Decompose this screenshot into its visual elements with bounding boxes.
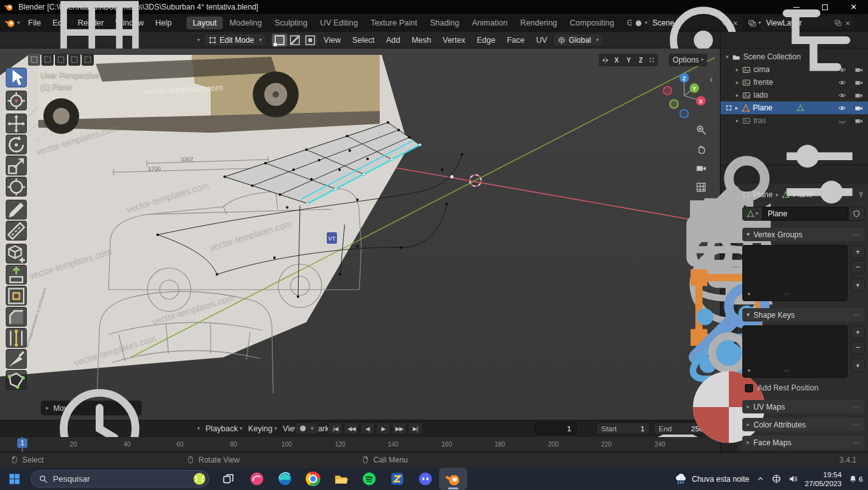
- panel-grip-icon[interactable]: [851, 232, 860, 238]
- section-expand-icon[interactable]: ▸: [747, 404, 750, 410]
- shape-key-specials-button[interactable]: ▾: [851, 359, 865, 372]
- transform-orientation-selector[interactable]: Global ▾: [553, 33, 604, 47]
- outliner-row-lado[interactable]: ▸ lado: [721, 89, 868, 101]
- start-button[interactable]: [1, 468, 27, 490]
- edge-select-button[interactable]: [287, 34, 303, 47]
- jump-start-button[interactable]: |◀: [328, 422, 343, 434]
- gizmo-y-neg[interactable]: [670, 100, 678, 108]
- next-keyframe-button[interactable]: ▶▶: [392, 422, 407, 434]
- camera-visibility-icon[interactable]: [855, 104, 863, 112]
- camera-visibility-icon[interactable]: [855, 66, 863, 74]
- viewport-3d[interactable]: vector-templates.com 3302 5700: [0, 48, 720, 420]
- select-mode-extend[interactable]: [41, 54, 54, 66]
- uv-maps-section-header[interactable]: ▸ UV Maps: [742, 400, 865, 413]
- color-attributes-section-header[interactable]: ▸ Color Attributes: [742, 418, 865, 431]
- navigation-gizmo[interactable]: Z Y X: [662, 73, 707, 118]
- timeline-ruler[interactable]: 20 40 60 80 100 120 140 160 180 200 220 …: [0, 437, 720, 452]
- select-mode-invert[interactable]: [68, 54, 80, 66]
- task-view-button[interactable]: [214, 468, 243, 490]
- panel-grip-icon[interactable]: [851, 312, 860, 318]
- pin-id-icon[interactable]: [857, 191, 865, 198]
- clock-widget[interactable]: 19:54 27/05/2023: [805, 470, 842, 488]
- playhead-label[interactable]: 1: [17, 438, 27, 448]
- workspace-tab-uv-editing[interactable]: UV Editing: [314, 17, 364, 29]
- mirror-x-button[interactable]: X: [611, 55, 622, 65]
- shape-keys-section-header[interactable]: ▾ Shape Keys: [742, 308, 865, 322]
- remove-shape-key-button[interactable]: −: [851, 341, 865, 354]
- app-icon-pink[interactable]: [243, 468, 271, 490]
- menu-playback[interactable]: Playback: [200, 424, 244, 433]
- z-app-icon[interactable]: [383, 468, 411, 490]
- expand-icon[interactable]: ▸: [736, 80, 739, 85]
- outliner-row-frente[interactable]: ▸ frente: [721, 76, 868, 89]
- mode-selector[interactable]: Edit Mode ▾: [204, 33, 267, 47]
- select-mode-intersect[interactable]: [82, 54, 94, 66]
- shape-keys-list[interactable]: ▸: [742, 325, 848, 378]
- vertex-groups-list[interactable]: ▸: [742, 245, 848, 301]
- list-resize-grip-icon[interactable]: [781, 368, 791, 374]
- edge-app-icon[interactable]: [271, 468, 299, 490]
- snap-dots-icon[interactable]: [648, 56, 655, 64]
- fake-user-shield-button[interactable]: [848, 207, 865, 221]
- camera-visibility-icon[interactable]: [855, 117, 863, 125]
- expand-icon[interactable]: ▸: [736, 67, 739, 73]
- weather-widget[interactable]: Chuva esta noite: [675, 473, 749, 486]
- sidebar-toggle[interactable]: ‹: [710, 74, 713, 84]
- section-expand-icon[interactable]: ▸: [747, 422, 750, 427]
- outliner-row-scene-collection[interactable]: ▾ Scene Collection: [721, 50, 868, 63]
- gizmo-x-neg[interactable]: [664, 87, 672, 95]
- zoom-button[interactable]: [696, 124, 707, 135]
- add-rest-position-checkbox[interactable]: [745, 384, 753, 392]
- menu-edge[interactable]: Edge: [471, 36, 501, 45]
- viewport-canvas[interactable]: vector-templates.com 3302 5700: [0, 48, 720, 420]
- discord-app-icon[interactable]: [411, 468, 439, 490]
- file-explorer-icon[interactable]: [327, 468, 355, 490]
- expand-icon[interactable]: ▾: [726, 54, 729, 60]
- vertex-group-specials-button[interactable]: ▾: [851, 278, 865, 292]
- list-filter-expand-icon[interactable]: ▸: [748, 368, 751, 373]
- section-expand-icon[interactable]: ▸: [747, 440, 750, 445]
- outliner-row-cima[interactable]: ▸ cima: [721, 63, 868, 76]
- mirror-y-button[interactable]: Y: [624, 55, 634, 65]
- menu-mesh[interactable]: Mesh: [406, 36, 437, 45]
- expand-icon[interactable]: ▸: [736, 93, 739, 98]
- menu-face[interactable]: Face: [501, 36, 530, 45]
- section-expand-icon[interactable]: ▾: [747, 312, 750, 318]
- breadcrumb-object-name[interactable]: Plane: [753, 190, 773, 199]
- face-select-button[interactable]: [303, 34, 318, 47]
- panel-grip-icon[interactable]: [851, 440, 860, 446]
- datablock-name-field[interactable]: Plane: [763, 207, 848, 221]
- menu-keying[interactable]: Keying: [243, 424, 278, 433]
- volume-icon[interactable]: [788, 474, 798, 484]
- prev-keyframe-button[interactable]: ◀◀: [344, 422, 359, 434]
- blender-app-icon[interactable]: [439, 468, 467, 490]
- notification-button[interactable]: 6: [849, 475, 863, 483]
- menu-uv[interactable]: UV: [530, 36, 553, 45]
- hide-eye-icon[interactable]: [838, 104, 846, 112]
- breadcrumb-data-name[interactable]: Plane: [793, 190, 812, 199]
- list-filter-expand-icon[interactable]: ▸: [748, 291, 751, 297]
- record-icon[interactable]: [300, 426, 306, 431]
- hide-eye-icon[interactable]: [838, 78, 846, 87]
- outliner-row-plane[interactable]: ▸ Plane: [721, 101, 868, 114]
- hidden-icons-chevron[interactable]: [756, 475, 765, 483]
- spotify-app-icon[interactable]: [355, 468, 383, 490]
- face-maps-section-header[interactable]: ▸ Face Maps: [742, 436, 865, 449]
- workspace-tab-animation[interactable]: Animation: [466, 17, 514, 29]
- hide-eye-icon[interactable]: [838, 91, 846, 100]
- jump-end-button[interactable]: ▶|: [408, 422, 423, 434]
- expand-icon[interactable]: ▸: [736, 118, 739, 124]
- camera-visibility-icon[interactable]: [855, 78, 863, 87]
- add-shape-key-button[interactable]: +: [851, 325, 865, 339]
- vertex-select-button[interactable]: [272, 34, 287, 47]
- panel-grip-icon[interactable]: [851, 422, 860, 428]
- workspace-tab-texture-paint[interactable]: Texture Paint: [364, 17, 424, 29]
- select-mode-subtract[interactable]: [55, 54, 67, 66]
- workspace-tab-shading[interactable]: Shading: [424, 17, 466, 29]
- network-icon[interactable]: [772, 474, 781, 484]
- menu-view[interactable]: View: [318, 36, 347, 45]
- list-resize-grip-icon[interactable]: [781, 291, 791, 297]
- workspace-tab-modeling[interactable]: Modeling: [223, 17, 268, 29]
- auto-keying-group[interactable]: ▾: [295, 422, 318, 434]
- mesh-datablock-dropdown[interactable]: ▾: [742, 207, 763, 221]
